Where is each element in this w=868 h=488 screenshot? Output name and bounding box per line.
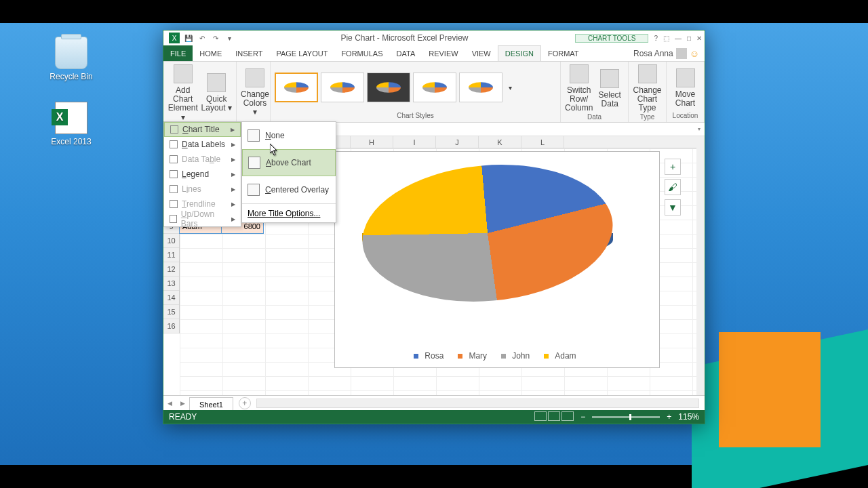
col-header-J[interactable]: J — [436, 136, 479, 148]
sheet-nav-next[interactable]: ▶ — [176, 400, 189, 407]
recycle-bin-label: Recycle Bin — [47, 72, 95, 81]
user-account[interactable]: Rosa Anna ☺ — [628, 45, 705, 61]
data-labels-icon — [170, 140, 178, 148]
add-chart-element-icon — [174, 64, 193, 83]
minimize-button[interactable]: — — [675, 35, 682, 42]
menu-data-table: Data Table▶ — [164, 152, 241, 167]
type-group-label: Type — [633, 113, 662, 122]
menu-data-labels[interactable]: Data Labels▶ — [164, 137, 241, 152]
user-name-label: Rosa Anna — [633, 49, 673, 58]
sheet-tab-bar: ◀ ▶ Sheet1 + — [163, 395, 705, 410]
col-header-L[interactable]: L — [521, 136, 564, 148]
tab-design[interactable]: DESIGN — [498, 45, 541, 61]
centered-overlay-icon — [248, 184, 260, 196]
select-data-button[interactable]: Select Data — [596, 68, 625, 108]
menu-lines: Lines▶ — [164, 182, 241, 197]
excel-logo-icon[interactable]: X — [169, 33, 180, 43]
chart-style-2[interactable] — [321, 73, 364, 102]
zoom-in-button[interactable]: + — [667, 412, 671, 422]
switch-row-column-button[interactable]: Switch Row/ Column — [565, 63, 593, 113]
tab-page-layout[interactable]: PAGE LAYOUT — [269, 45, 334, 61]
pie-chart-3d[interactable] — [362, 165, 613, 321]
excel-icon — [55, 102, 87, 134]
col-header-K[interactable]: K — [479, 136, 521, 148]
add-chart-element-menu: Chart Title▶ Data Labels▶ Data Table▶ Le… — [163, 121, 241, 227]
user-avatar-icon — [676, 48, 687, 59]
qat-save-icon[interactable]: 💾 — [184, 33, 193, 43]
flyout-above-chart[interactable]: Above Chart — [242, 149, 336, 176]
chart-elements-button[interactable]: + — [665, 159, 681, 175]
horizontal-scrollbar[interactable] — [256, 399, 699, 408]
chart-styles-more-button[interactable]: ▾ — [505, 84, 515, 92]
row-header-11[interactable]: 11 — [163, 248, 179, 262]
tab-file[interactable]: FILE — [163, 45, 193, 61]
data-group-label: Data — [565, 113, 624, 122]
tab-format[interactable]: FORMAT — [541, 45, 586, 61]
qat-customize-icon[interactable]: ▾ — [224, 33, 234, 43]
change-colors-button[interactable]: Change Colors ▾ — [241, 67, 269, 117]
flyout-centered-overlay[interactable]: Centered Overlay — [242, 176, 336, 203]
tab-home[interactable]: HOME — [193, 45, 229, 61]
row-header-15[interactable]: 15 — [163, 305, 179, 319]
select-data-icon — [600, 69, 619, 88]
row-header-10[interactable]: 10 — [163, 234, 179, 248]
ribbon-options-icon[interactable]: ⬚ — [663, 35, 669, 42]
col-header-H[interactable]: H — [351, 136, 393, 148]
new-sheet-button[interactable]: + — [239, 397, 251, 409]
flyout-none[interactable]: None — [242, 122, 336, 149]
zoom-level[interactable]: 115% — [678, 412, 699, 422]
maximize-button[interactable]: □ — [687, 35, 691, 42]
close-button[interactable]: ✕ — [696, 35, 702, 42]
tab-formulas[interactable]: FORMULAS — [334, 45, 389, 61]
chart-legend[interactable]: Rosa Mary John Adam — [335, 351, 659, 361]
tab-data[interactable]: DATA — [390, 45, 422, 61]
sheet-nav-prev[interactable]: ◀ — [163, 400, 176, 407]
tab-review[interactable]: REVIEW — [422, 45, 465, 61]
quick-layout-button[interactable]: Quick Layout ▾ — [201, 72, 233, 113]
change-chart-type-button[interactable]: Change Chart Type — [633, 63, 662, 113]
none-icon — [248, 129, 260, 142]
view-buttons[interactable] — [533, 411, 574, 423]
chart-style-3[interactable] — [367, 73, 410, 102]
tab-view[interactable]: VIEW — [465, 45, 498, 61]
feedback-smiley-icon[interactable]: ☺ — [690, 48, 699, 59]
menu-chart-title[interactable]: Chart Title▶ — [164, 122, 241, 137]
row-header-16[interactable]: 16 — [163, 319, 179, 333]
help-icon[interactable]: ? — [654, 35, 658, 42]
flyout-more-options[interactable]: More Title Options... — [242, 203, 336, 222]
location-group-label: Location — [671, 112, 700, 121]
ribbon: Add Chart Element ▾ Quick Layout ▾ Chart… — [163, 62, 705, 123]
desktop-excel-shortcut[interactable]: Excel 2013 — [47, 102, 95, 146]
tab-insert[interactable]: INSERT — [229, 45, 269, 61]
vertical-scrollbar[interactable] — [696, 136, 705, 395]
move-chart-button[interactable]: Move Chart — [671, 67, 700, 108]
desktop-recycle-bin[interactable]: Recycle Bin — [47, 37, 95, 81]
embedded-chart[interactable]: Rosa Mary John Adam + 🖌 ▼ — [334, 151, 660, 368]
titlebar: X 💾 ↶ ↷ ▾ Pie Chart - Microsoft Excel Pr… — [163, 30, 705, 45]
ribbon-tabs: FILE HOME INSERT PAGE LAYOUT FORMULAS DA… — [163, 45, 705, 62]
chart-styles-button[interactable]: 🖌 — [665, 179, 681, 195]
zoom-out-button[interactable]: − — [580, 412, 585, 422]
row-header-13[interactable]: 13 — [163, 277, 179, 291]
add-chart-element-button[interactable]: Add Chart Element ▾ — [167, 63, 199, 122]
chart-style-5[interactable] — [459, 73, 502, 102]
row-header-12[interactable]: 12 — [163, 262, 179, 277]
zoom-slider[interactable] — [592, 416, 660, 418]
sheet-tab-sheet1[interactable]: Sheet1 — [189, 397, 233, 411]
legend-icon — [170, 170, 178, 178]
qat-redo-icon[interactable]: ↷ — [211, 33, 220, 43]
data-table-icon — [170, 155, 178, 163]
chart-title-flyout: None Above Chart Centered Overlay More T… — [241, 121, 336, 223]
trendline-icon — [170, 200, 178, 208]
excel-label: Excel 2013 — [47, 137, 95, 146]
chart-style-4[interactable] — [413, 73, 456, 102]
menu-legend[interactable]: Legend▶ — [164, 167, 241, 182]
col-header-I[interactable]: I — [393, 136, 436, 148]
chart-filters-button[interactable]: ▼ — [665, 199, 681, 216]
chart-style-1[interactable] — [275, 73, 318, 102]
formula-bar-expand-icon[interactable]: ▾ — [698, 126, 701, 132]
row-header-14[interactable]: 14 — [163, 291, 179, 305]
qat-undo-icon[interactable]: ↶ — [197, 33, 207, 43]
above-chart-icon — [248, 157, 260, 169]
menu-updown-bars: Up/Down Bars▶ — [164, 211, 241, 226]
